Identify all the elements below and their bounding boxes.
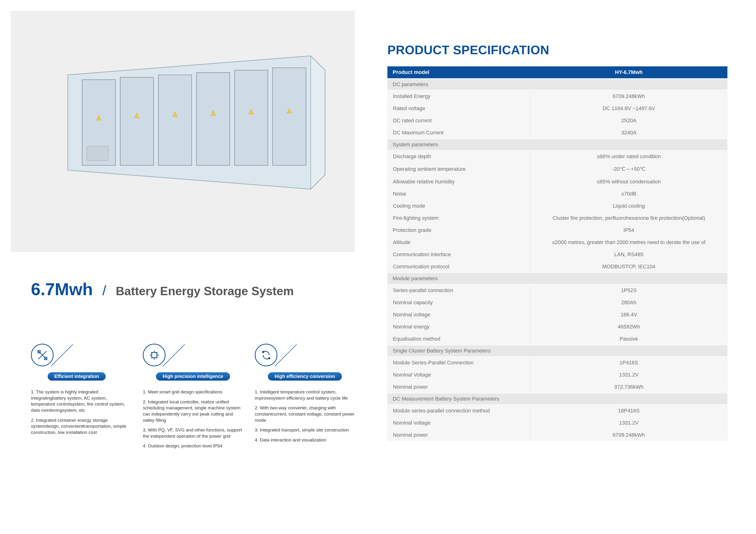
spec-row: Module series-parallel connection method…: [388, 405, 727, 417]
spec-row-label: Nominal voltage: [388, 417, 530, 429]
spec-row-label: Series-parallel connection: [388, 285, 530, 296]
spec-row-value: 46592Wh: [530, 321, 727, 333]
spec-row: Communication protocolMODBUSTCP, IEC104: [388, 261, 727, 272]
spec-section-row: DC Measurement Battery System Parameters: [388, 394, 727, 404]
svg-rect-14: [87, 146, 108, 161]
design-icon: [31, 344, 54, 366]
spec-row: Discharge depth≥86% under rated conditio…: [388, 151, 727, 162]
spec-row-label: Equalisation method: [388, 333, 530, 345]
spec-row: Module Series-Parallel Connection1P416S: [388, 357, 727, 369]
spec-row-label: Nominal energy: [388, 321, 530, 333]
spec-section-label: Module parameters: [388, 273, 727, 284]
feature-para: 1. The system is highly integrated integ…: [31, 389, 131, 413]
spec-row-label: Allowable relative humidity: [388, 176, 530, 188]
features-row: Efficient integration 1. The system is h…: [31, 333, 355, 453]
feature-body-2: 1. Intelligent temperature control syste…: [255, 389, 355, 443]
product-image-area: [11, 11, 355, 252]
svg-point-18: [262, 351, 264, 353]
feature-high-efficiency: High efficiency conversion 1. Intelligen…: [255, 333, 355, 453]
spec-row-value: 166.4V: [530, 309, 727, 320]
feature-high-precision: High precision intelligence 1. Meet smar…: [143, 333, 243, 453]
right-page: PRODUCT SPECIFICATION Product modelHY-6.…: [378, 0, 756, 534]
spec-row-value: 6709.248kWh: [530, 429, 727, 441]
spec-row: Nominal power372.736kWh: [388, 381, 727, 393]
spec-row: Communication interfaceLAN, RS485: [388, 249, 727, 260]
spec-row-label: Protection grade: [388, 224, 530, 236]
spec-row-label: Communication protocol: [388, 261, 530, 272]
spec-section-row: Module parameters: [388, 273, 727, 284]
spec-row-value: 6709.248kWh: [530, 90, 727, 102]
spec-row-label: Nominal Voltage: [388, 369, 530, 381]
spec-row-label: Nominal power: [388, 429, 530, 441]
spec-row-value: ≤95% without condensation: [530, 176, 727, 188]
spec-row: Rated voltageDC 1164.8V ~1497.6V: [388, 103, 727, 114]
spec-row: Nominal capacity280Ah: [388, 297, 727, 308]
spec-header-label: Product model: [388, 66, 530, 78]
svg-rect-4: [158, 75, 192, 165]
spec-row-label: Altitude: [388, 237, 530, 248]
title-divider: /: [102, 282, 106, 298]
spec-row-value: ≥86% under rated condition: [530, 151, 727, 162]
cycle-icon: [255, 344, 277, 366]
spec-table: Product modelHY-6.7MwhDC parametersInsta…: [388, 66, 727, 442]
spec-row-label: Installed Energy: [388, 90, 530, 102]
spec-row: DC Maximum Current3240A: [388, 127, 727, 139]
spec-row: Series-parallel connection1P52S: [388, 285, 727, 296]
spec-row-label: Operating ambient temperature: [388, 163, 530, 175]
product-title-row: 6.7Mwh / Battery Energy Storage System: [31, 279, 294, 299]
feature-para: 4. Outdoor design, protection level IP54: [143, 443, 243, 449]
feature-para: 4. Data interaction and visualization: [255, 437, 355, 443]
feature-pill-1: High precision intelligence: [156, 372, 230, 381]
svg-rect-7: [273, 68, 306, 165]
spec-row-value: Passive: [530, 333, 727, 345]
spec-row: Allowable relative humidity≤95% without …: [388, 176, 727, 188]
spec-section-label: DC parameters: [388, 79, 727, 90]
spec-row-value: 3240A: [530, 127, 727, 139]
chip-icon: [143, 344, 166, 366]
spec-row-value: 2520A: [530, 115, 727, 126]
spec-row-value: Cluster fire protection, perfluorohexano…: [530, 213, 727, 224]
spec-row: Equalisation methodPassive: [388, 333, 727, 345]
capacity-title: 6.7Mwh: [31, 279, 93, 299]
spec-row: Cooling modeLiquid cooling: [388, 200, 727, 212]
spec-row: Installed Energy6709.248kWh: [388, 90, 727, 102]
spec-row-label: Nominal capacity: [388, 297, 530, 308]
container-illustration: [54, 42, 335, 208]
product-name: Battery Energy Storage System: [116, 284, 294, 298]
feature-para: 2. Integrated container energy storage s…: [31, 417, 131, 436]
spec-row-label: DC Maximum Current: [388, 127, 530, 139]
spec-row-label: Communication interface: [388, 249, 530, 260]
spec-row-value: 1331.2V: [530, 417, 727, 429]
spec-row-value: -20℃～+50℃: [530, 163, 727, 175]
battery-container-icon: [54, 42, 335, 208]
spec-row-value: ≤2000 metres, greater than 2000 metres n…: [530, 237, 727, 248]
spec-row: DC rated current2520A: [388, 115, 727, 126]
spec-row-label: Module Series-Parallel Connection: [388, 357, 530, 369]
spec-row-value: 1331.2V: [530, 369, 727, 381]
spec-row-label: Nominal power: [388, 381, 530, 393]
svg-rect-3: [120, 77, 153, 165]
feature-body-1: 1. Meet smart grid design specifications…: [143, 389, 243, 449]
spec-row: Nominal voltage1331.2V: [388, 417, 727, 429]
spec-row-value: 18P416S: [530, 405, 727, 417]
feature-para: 2. With two-way converter, charging with…: [255, 405, 355, 423]
spec-row-value: Liquid cooling: [530, 200, 727, 212]
spec-row-label: DC rated current: [388, 115, 530, 126]
spec-row-label: Module series-parallel connection method: [388, 405, 530, 417]
spec-section-label: System parameters: [388, 139, 727, 150]
spec-row-label: Cooling mode: [388, 200, 530, 212]
svg-point-19: [269, 358, 270, 359]
feature-body-0: 1. The system is highly integrated integ…: [31, 389, 131, 435]
spec-row-label: Rated voltage: [388, 103, 530, 114]
feature-pill-2: High efficiency conversion: [268, 372, 342, 381]
spec-row: Altitude≤2000 metres, greater than 2000 …: [388, 237, 727, 248]
spec-section-row: System parameters: [388, 139, 727, 150]
spec-row: Protection gradeIP54: [388, 224, 727, 236]
feature-para: 2. Integrated local controller, realize …: [143, 399, 243, 423]
svg-rect-6: [234, 70, 268, 165]
spec-row: Nominal voltage166.4V: [388, 309, 727, 320]
spec-row-value: 372.736kWh: [530, 381, 727, 393]
spec-row-value: LAN, RS485: [530, 249, 727, 260]
feature-efficient-integration: Efficient integration 1. The system is h…: [31, 333, 131, 453]
spec-row: Nominal power6709.248kWh: [388, 429, 727, 441]
